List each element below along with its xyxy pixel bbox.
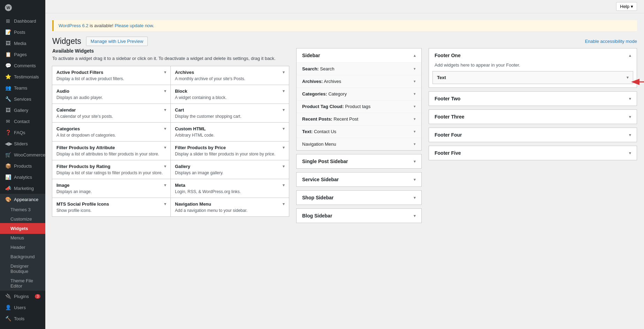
enable-accessibility-link[interactable]: Enable accessibility mode: [585, 39, 637, 44]
widget-desc: Displays an image.: [56, 189, 166, 194]
area-blog-sidebar-header[interactable]: Blog Sidebar ▾: [297, 209, 421, 223]
sidebar-widget-search[interactable]: Search: Search ▾: [297, 62, 421, 75]
widget-filter-by-price[interactable]: Filter Products by Price ▾ Display a sli…: [170, 141, 289, 160]
widget-desc: Add a navigation menu to your sidebar.: [175, 208, 285, 213]
sidebar-item-label: Analytics: [14, 175, 32, 180]
widget-desc: Display a list of active product filters…: [56, 76, 166, 81]
sidebar-item-woocommerce[interactable]: 🛒 WooCommerce: [0, 149, 45, 160]
chevron-down-icon: ▾: [283, 108, 285, 112]
sidebar-sub-menus[interactable]: Menus: [0, 233, 45, 243]
sidebar-item-faqs[interactable]: ❓ FAQs: [0, 127, 45, 138]
sidebar-item-label: Services: [14, 97, 31, 102]
sidebar-sub-themes[interactable]: Themes 3: [0, 205, 45, 214]
sidebar-sub-designer-boutique[interactable]: Designer Boutique: [0, 261, 45, 276]
sidebar-item-users[interactable]: 👤 Users: [0, 302, 45, 313]
widget-archives[interactable]: Archives ▾ A monthly archive of your sit…: [170, 66, 289, 85]
sidebar-sub-background[interactable]: Background: [0, 252, 45, 261]
sidebar-sub-customize[interactable]: Customize: [0, 214, 45, 224]
sidebar-item-media[interactable]: 🖼 Media: [0, 38, 45, 49]
chevron-down-icon: ▾: [164, 108, 166, 112]
sidebar-item-label: WooCommerce: [14, 152, 45, 158]
sidebar-item-label: FAQs: [14, 130, 25, 135]
area-footer-three[interactable]: Footer Three ▾: [429, 109, 637, 124]
sidebar-widget-nav-menu[interactable]: Navigation Menu ▾: [297, 138, 421, 150]
sidebar-item-label: Appearance: [14, 197, 38, 202]
sidebar-item-tools[interactable]: 🔨 Tools: [0, 313, 45, 324]
area-footer-five[interactable]: Footer Five ▾: [429, 146, 637, 160]
sidebar-item-products[interactable]: 📦 Products: [0, 160, 45, 171]
sidebar-item-marketing[interactable]: 📣 Marketing: [0, 183, 45, 194]
sidebar-item-posts[interactable]: 📝 Posts: [0, 26, 45, 38]
area-service-sidebar-header[interactable]: Service Sidebar ▾: [297, 173, 421, 186]
sidebar-widget-categories[interactable]: Categories: Category ▾: [297, 87, 421, 100]
products-icon: 📦: [5, 163, 11, 169]
update-now-link[interactable]: Please update now: [115, 23, 153, 28]
widget-custom-html[interactable]: Custom HTML ▾ Arbitrary HTML code.: [170, 122, 289, 141]
sidebar-item-services[interactable]: 🔧 Services: [0, 93, 45, 105]
widget-audio[interactable]: Audio ▾ Displays an audio player.: [52, 85, 171, 104]
sidebar-widget-recent-posts[interactable]: Recent Posts: Recent Post ▾: [297, 113, 421, 125]
widget-desc: Display the customer shopping cart.: [175, 114, 285, 119]
wordpress-version-link[interactable]: WordPress 6.2: [59, 23, 89, 28]
live-preview-button[interactable]: Manage with Live Preview: [86, 37, 148, 46]
sidebar-item-plugins[interactable]: 🔌 Plugins 3: [0, 291, 45, 302]
widget-gallery[interactable]: Gallery ▾ Displays an image gallery.: [170, 160, 289, 179]
sidebar-sub-header[interactable]: Header: [0, 243, 45, 252]
area-sidebar-content: Search: Search ▾ Archives: Archives ▾ Ca…: [297, 62, 421, 150]
posts-icon: 📝: [5, 29, 11, 35]
widget-navigation-menu[interactable]: Navigation Menu ▾ Add a navigation menu …: [170, 198, 289, 217]
widget-block[interactable]: Block ▾ A widget containing a block.: [170, 85, 289, 104]
page-header: Widgets Manage with Live Preview Enable …: [52, 37, 637, 46]
widget-mts-social[interactable]: MTS Social Profile Icons ▾ Show profile …: [52, 198, 171, 217]
widget-image[interactable]: Image ▾ Displays an image.: [52, 179, 171, 198]
footer-one-desc: Add widgets here to appear in your Foote…: [429, 62, 637, 71]
sidebar-widget-text[interactable]: Text: Contact Us ▾: [297, 125, 421, 138]
widget-name: Filter Products by Rating: [56, 164, 110, 169]
widget-filter-by-attribute[interactable]: Filter Products by Attribute ▾ Display a…: [52, 141, 171, 160]
sidebar-widget-archives[interactable]: Archives: Archives ▾: [297, 75, 421, 87]
widget-categories[interactable]: Categories ▾ A list or dropdown of categ…: [52, 122, 171, 141]
footer-one-text-widget[interactable]: Text ▾: [432, 71, 633, 84]
sidebar-item-teams[interactable]: 👥 Teams: [0, 82, 45, 93]
area-footer-four[interactable]: Footer Four ▾: [429, 128, 637, 142]
widget-name: Calendar: [56, 107, 76, 113]
sidebar-sub-widgets[interactable]: Widgets: [0, 224, 45, 233]
widget-cart[interactable]: Cart ▾ Display the customer shopping car…: [170, 104, 289, 123]
sidebar-item-contact[interactable]: ✉ Contact: [0, 116, 45, 127]
area-shop-sidebar[interactable]: Shop Sidebar ▾: [296, 190, 422, 205]
area-footer-one-header[interactable]: Footer One ▴: [429, 48, 637, 62]
sidebar-item-comments[interactable]: 💬 Comments: [0, 60, 45, 71]
area-footer-two[interactable]: Footer Two ▾: [429, 91, 637, 106]
widget-filter-by-rating[interactable]: Filter Products by Rating ▾ Display a li…: [52, 160, 171, 179]
sidebar-item-appearance[interactable]: 🎨 Appearance: [0, 194, 45, 205]
chevron-down-icon: ▾: [164, 145, 166, 150]
footer-two-title: Footer Two: [435, 96, 460, 101]
sidebar-item-dashboard[interactable]: ⊞ Dashboard: [0, 15, 45, 26]
marketing-icon: 📣: [5, 185, 11, 191]
sidebar-widget-product-tag-cloud[interactable]: Product Tag Cloud: Product tags ▾: [297, 100, 421, 113]
area-service-sidebar[interactable]: Service Sidebar ▾: [296, 172, 422, 187]
widget-calendar[interactable]: Calendar ▾ A calendar of your site's pos…: [52, 104, 171, 123]
area-shop-sidebar-header[interactable]: Shop Sidebar ▾: [297, 191, 421, 205]
analytics-icon: 📊: [5, 174, 11, 180]
help-button[interactable]: Help ▾: [616, 2, 637, 11]
sidebar-item-label: Products: [14, 163, 32, 169]
help-label: Help: [620, 4, 629, 9]
footer-areas-col: Footer One ▴ Add widgets here to appear …: [429, 48, 637, 164]
chevron-down-icon: ▾: [283, 145, 285, 150]
sidebar-item-pages[interactable]: 📋 Pages: [0, 49, 45, 60]
sidebar-item-gallery[interactable]: 🖼 Gallery: [0, 105, 45, 116]
area-single-post-sidebar[interactable]: Single Post Sidebar ▾: [296, 154, 422, 169]
available-widgets-title: Available Widgets: [52, 48, 289, 54]
area-single-post-sidebar-header[interactable]: Single Post Sidebar ▾: [297, 154, 421, 168]
sidebar-sub-theme-file-editor[interactable]: Theme File Editor: [0, 276, 45, 291]
widget-desc: A list or dropdown of categories.: [56, 133, 166, 138]
sidebar-item-sliders[interactable]: ◀▶ Sliders: [0, 138, 45, 149]
sidebar-item-analytics[interactable]: 📊 Analytics: [0, 171, 45, 183]
chevron-down-icon: ▾: [414, 79, 416, 84]
area-sidebar-header[interactable]: Sidebar ▴: [297, 48, 421, 62]
widget-active-product-filters[interactable]: Active Product Filters ▾ Display a list …: [52, 66, 171, 85]
area-blog-sidebar[interactable]: Blog Sidebar ▾: [296, 208, 422, 223]
widget-meta[interactable]: Meta ▾ Login, RSS, & WordPress.org links…: [170, 179, 289, 198]
sidebar-item-testimonials[interactable]: ⭐ Testimonials: [0, 71, 45, 82]
